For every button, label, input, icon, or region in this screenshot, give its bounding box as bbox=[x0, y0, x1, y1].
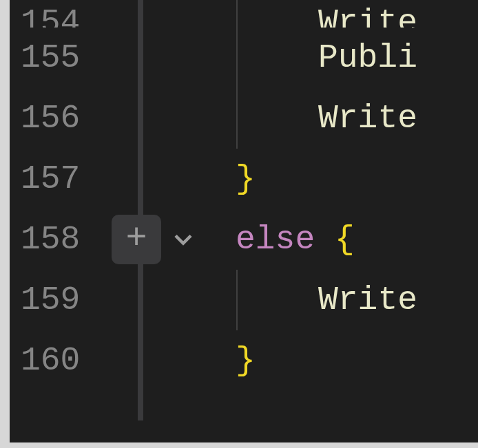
token-brace: } bbox=[236, 342, 256, 379]
plus-icon: + bbox=[125, 222, 147, 257]
line-number: 154 bbox=[0, 4, 117, 28]
token-keyword: else bbox=[236, 221, 315, 258]
token-identifier: Publi bbox=[318, 39, 417, 76]
indent-guide bbox=[236, 28, 238, 88]
add-line-button[interactable]: + bbox=[112, 215, 161, 264]
code-line[interactable]: 160 } bbox=[0, 330, 478, 391]
token-brace: } bbox=[236, 160, 256, 198]
gutter: + bbox=[117, 215, 214, 264]
token-brace bbox=[315, 221, 335, 258]
code-line[interactable]: 156 Write bbox=[0, 88, 478, 149]
code-content[interactable]: else { bbox=[214, 221, 355, 258]
chevron-down-icon bbox=[168, 224, 198, 255]
token-identifier: Write bbox=[318, 100, 417, 137]
line-number: 159 bbox=[0, 281, 117, 319]
line-number: 158 bbox=[0, 221, 117, 258]
line-number: 156 bbox=[0, 100, 117, 137]
code-content[interactable]: } bbox=[214, 342, 256, 379]
code-content[interactable]: Write bbox=[214, 100, 417, 137]
code-line[interactable]: 157 } bbox=[0, 149, 478, 209]
token-identifier: Write bbox=[318, 4, 417, 28]
code-content[interactable]: Write bbox=[214, 281, 417, 319]
token-identifier: Write bbox=[318, 281, 417, 319]
code-editor: 154 Write 155 Publi 156 Write 157 } bbox=[0, 0, 478, 448]
code-line[interactable]: 158 + else { bbox=[0, 209, 478, 270]
indent-guide bbox=[236, 88, 238, 149]
indent-guide bbox=[236, 0, 238, 28]
token-brace: { bbox=[335, 221, 355, 258]
line-number: 155 bbox=[0, 39, 117, 76]
code-content[interactable]: Write bbox=[214, 4, 417, 28]
code-content[interactable]: } bbox=[214, 160, 256, 198]
code-line[interactable]: 155 Publi bbox=[0, 28, 478, 88]
line-number: 157 bbox=[0, 160, 117, 198]
indent-guide bbox=[236, 270, 238, 330]
code-line[interactable]: 159 Write bbox=[0, 270, 478, 330]
line-number: 160 bbox=[0, 342, 117, 379]
code-content[interactable]: Publi bbox=[214, 39, 417, 76]
fold-toggle[interactable] bbox=[168, 224, 198, 255]
code-line[interactable]: 154 Write bbox=[0, 0, 478, 28]
